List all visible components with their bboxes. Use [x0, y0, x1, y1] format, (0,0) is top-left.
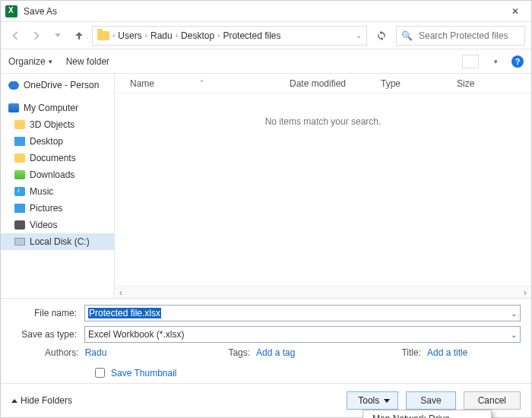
file-listing: Name˄ Date modified Type Size No items m…	[115, 74, 531, 298]
cloud-icon	[8, 81, 19, 90]
tags-label: Tags:	[228, 347, 250, 358]
authors-label: Authors:	[45, 347, 79, 358]
breadcrumb-item[interactable]: ›Desktop	[176, 30, 214, 41]
search-input[interactable]	[417, 30, 520, 42]
refresh-button[interactable]	[372, 26, 391, 46]
save-thumbnail-checkbox[interactable]: Save Thumbnail	[92, 366, 521, 380]
help-button[interactable]: ?	[511, 55, 524, 68]
sidebar-item-pictures[interactable]: Pictures	[1, 200, 114, 217]
breadcrumb-item[interactable]: ›Radu	[145, 30, 173, 41]
music-icon	[14, 187, 25, 196]
excel-icon	[5, 5, 17, 17]
window-title: Save As	[24, 6, 504, 17]
chevron-up-icon	[11, 399, 17, 403]
cancel-button[interactable]: Cancel	[464, 391, 521, 410]
search-box[interactable]: 🔍	[396, 26, 525, 46]
sidebar-item-downloads[interactable]: Downloads	[1, 166, 114, 183]
sort-indicator-icon: ˄	[200, 79, 204, 87]
new-folder-button[interactable]: New folder	[66, 56, 109, 67]
downloads-icon	[14, 170, 25, 179]
empty-listing-message: No items match your search.	[115, 93, 531, 286]
sidebar-item-music[interactable]: Music	[1, 183, 114, 200]
savetype-dropdown[interactable]: Excel Workbook (*.xlsx) ⌄	[84, 326, 521, 343]
save-as-dialog: Save As ✕ ›Users ›Radu ›Desktop ›Protect…	[0, 0, 532, 418]
forward-button[interactable]	[28, 27, 45, 44]
sidebar-item-desktop[interactable]: Desktop	[1, 133, 114, 150]
view-options-button[interactable]	[462, 55, 479, 68]
footer: Hide Folders Tools Save Cancel Map Netwo…	[1, 383, 531, 417]
filename-input[interactable]: Protected file.xlsx ⌄	[84, 305, 521, 321]
save-button[interactable]: Save	[406, 391, 455, 410]
sidebar-item-onedrive[interactable]: OneDrive - Person	[1, 77, 114, 93]
back-button[interactable]	[7, 27, 24, 44]
column-headers: Name˄ Date modified Type Size	[115, 74, 531, 93]
col-type[interactable]: Type	[376, 78, 452, 89]
folder-icon	[97, 31, 109, 40]
title-label: Title:	[401, 347, 421, 358]
sidebar-item-videos[interactable]: Videos	[1, 217, 114, 233]
breadcrumb-dropdown-icon[interactable]: ⌄	[356, 31, 362, 40]
videos-icon	[14, 220, 25, 230]
close-button[interactable]: ✕	[504, 6, 527, 17]
col-size[interactable]: Size	[452, 78, 498, 89]
scroll-left-icon[interactable]: ‹	[115, 287, 127, 299]
save-form: File name: Protected file.xlsx ⌄ Save as…	[1, 298, 531, 383]
save-thumbnail-input[interactable]	[95, 368, 105, 378]
scroll-right-icon[interactable]: ›	[519, 287, 531, 299]
title-input[interactable]: Add a title	[427, 347, 467, 358]
pictures-icon	[14, 204, 25, 213]
sidebar-item-localdisk[interactable]: Local Disk (C:)	[1, 233, 114, 250]
sidebar-item-computer[interactable]: My Computer	[1, 100, 114, 116]
sidebar-item-documents[interactable]: Documents	[1, 150, 114, 166]
tools-menu: Map Network Drive... Web Options... Gene…	[363, 410, 492, 418]
folder-icon	[14, 120, 25, 129]
sidebar: OneDrive - Person My Computer 3D Objects…	[1, 74, 115, 298]
breadcrumb-item[interactable]: ›Protected files	[217, 30, 280, 41]
view-dropdown-icon[interactable]: ▾	[494, 58, 498, 65]
sidebar-item-3d[interactable]: 3D Objects	[1, 116, 114, 133]
filename-label: File name:	[11, 308, 84, 318]
caret-down-icon	[384, 399, 390, 403]
chevron-down-icon[interactable]: ⌄	[511, 331, 517, 339]
command-bar: Organize▾ New folder ▾ ?	[1, 49, 531, 74]
col-date[interactable]: Date modified	[285, 78, 376, 89]
up-button[interactable]	[71, 27, 87, 44]
organize-button[interactable]: Organize▾	[8, 56, 52, 67]
breadcrumb-item[interactable]: ›Users	[112, 30, 142, 41]
main-area: OneDrive - Person My Computer 3D Objects…	[1, 74, 531, 298]
computer-icon	[8, 103, 19, 112]
titlebar: Save As ✕	[1, 1, 531, 22]
nav-bar: ›Users ›Radu ›Desktop ›Protected files ⌄…	[1, 22, 531, 49]
desktop-icon	[14, 137, 25, 146]
address-breadcrumb[interactable]: ›Users ›Radu ›Desktop ›Protected files ⌄	[92, 26, 367, 46]
savetype-label: Save as type:	[11, 329, 84, 340]
tools-button[interactable]: Tools	[347, 391, 398, 410]
disk-icon	[14, 238, 25, 245]
hide-folders-button[interactable]: Hide Folders	[11, 395, 339, 406]
authors-value[interactable]: Radu	[85, 347, 107, 358]
tags-input[interactable]: Add a tag	[256, 347, 295, 358]
horizontal-scrollbar[interactable]: ‹ ›	[115, 286, 531, 298]
documents-icon	[14, 154, 25, 163]
tools-menu-item[interactable]: Map Network Drive...	[363, 410, 491, 418]
col-name[interactable]: Name˄	[125, 78, 285, 89]
search-icon: 🔍	[401, 30, 413, 41]
chevron-down-icon[interactable]: ⌄	[511, 309, 517, 318]
recent-dropdown[interactable]	[49, 27, 66, 44]
